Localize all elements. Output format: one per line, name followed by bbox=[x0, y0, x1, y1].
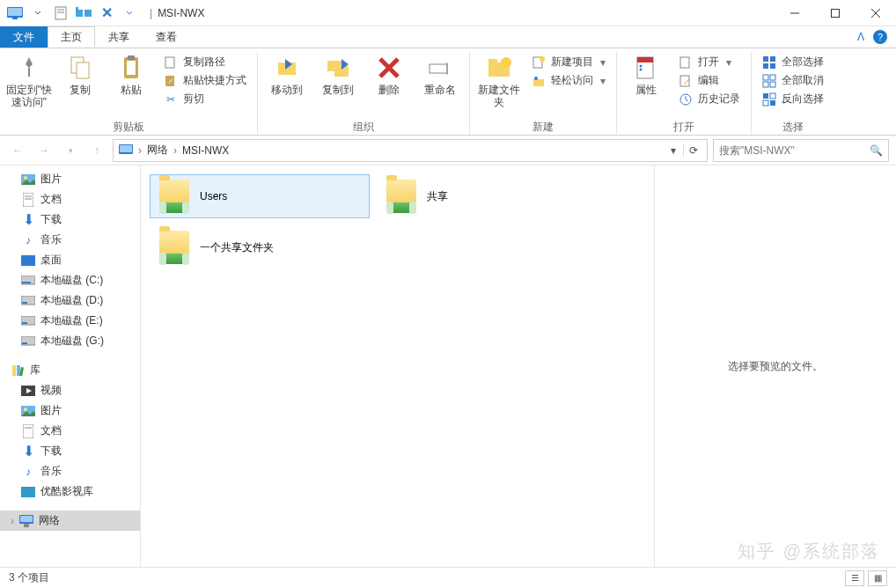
svg-rect-7 bbox=[84, 10, 92, 17]
preview-empty-text: 选择要预览的文件。 bbox=[728, 359, 823, 374]
address-bar[interactable]: › 网络 › MSI-NWX ▾ ⟳ bbox=[113, 139, 708, 162]
svg-rect-78 bbox=[20, 516, 33, 522]
tree-lib-pictures[interactable]: 图片 bbox=[0, 401, 140, 421]
tree-network[interactable]: ›网络 bbox=[0, 511, 140, 531]
svg-rect-37 bbox=[680, 57, 689, 68]
edit-button[interactable]: 编辑 bbox=[673, 72, 745, 89]
items-pane[interactable]: Users 共享 一个共享文件夹 bbox=[141, 165, 654, 567]
copy-button[interactable]: 复制 bbox=[56, 52, 104, 96]
tab-home[interactable]: 主页 bbox=[48, 26, 95, 48]
paste-button[interactable]: 粘贴 bbox=[107, 52, 155, 96]
select-all-button[interactable]: 全部选择 bbox=[757, 54, 829, 70]
tree-desktop[interactable]: 桌面 bbox=[0, 250, 140, 270]
minimize-button[interactable] bbox=[775, 0, 815, 26]
forward-button[interactable]: → bbox=[33, 140, 55, 161]
tree-documents[interactable]: 文档 bbox=[0, 189, 140, 209]
tree-youku[interactable]: 优酷影视库 bbox=[0, 481, 140, 502]
pin-button[interactable]: 固定到"快速访问" bbox=[5, 52, 53, 109]
history-button[interactable]: 历史记录 bbox=[673, 91, 745, 107]
tree-videos[interactable]: 视频 bbox=[0, 380, 140, 401]
chevron-right-icon[interactable]: › bbox=[173, 144, 177, 157]
invert-selection-button[interactable]: 反向选择 bbox=[757, 91, 829, 107]
search-input[interactable] bbox=[719, 144, 870, 157]
search-box[interactable]: 🔍 bbox=[713, 139, 889, 162]
qat-dropdown-icon[interactable] bbox=[28, 4, 48, 23]
svg-rect-74 bbox=[23, 424, 33, 438]
svg-rect-10 bbox=[832, 9, 840, 17]
view-details-button[interactable]: ☰ bbox=[845, 570, 864, 586]
tree-disk-c[interactable]: 本地磁盘 (C:) bbox=[0, 270, 140, 290]
svg-rect-19 bbox=[165, 57, 174, 68]
copy-to-button[interactable]: 复制到 bbox=[314, 52, 362, 96]
breadcrumb-host[interactable]: MSI-NWX bbox=[180, 144, 231, 157]
svg-rect-44 bbox=[763, 75, 768, 80]
tree-downloads[interactable]: ⬇下载 bbox=[0, 209, 140, 230]
tab-file[interactable]: 文件 bbox=[0, 26, 48, 48]
tree-disk-d[interactable]: 本地磁盘 (D:) bbox=[0, 290, 140, 311]
delete-button[interactable]: 删除 bbox=[365, 52, 413, 96]
easy-access-button[interactable]: 轻松访问▾ bbox=[526, 72, 611, 89]
tree-libraries[interactable]: 库 bbox=[0, 360, 140, 380]
app-icon[interactable] bbox=[5, 4, 25, 23]
tree-music[interactable]: ♪音乐 bbox=[0, 230, 140, 250]
tab-share[interactable]: 共享 bbox=[95, 26, 143, 48]
breadcrumb-network[interactable]: 网络 bbox=[145, 143, 170, 158]
cut-button[interactable]: ✂剪切 bbox=[158, 91, 252, 107]
tree-pictures[interactable]: 图片 bbox=[0, 169, 140, 189]
open-button[interactable]: 打开▾ bbox=[673, 54, 745, 70]
qat-delete-icon[interactable]: ✕ bbox=[97, 4, 116, 23]
tree-disk-g[interactable]: 本地磁盘 (G:) bbox=[0, 331, 140, 351]
svg-rect-68 bbox=[12, 365, 16, 376]
chevron-right-icon[interactable]: › bbox=[138, 144, 142, 157]
svg-rect-27 bbox=[488, 59, 497, 63]
tree-disk-e[interactable]: 本地磁盘 (E:) bbox=[0, 311, 140, 331]
clipboard-label: 剪贴板 bbox=[113, 119, 144, 135]
search-icon[interactable]: 🔍 bbox=[870, 144, 883, 157]
tree-lib-downloads[interactable]: ⬇下载 bbox=[0, 441, 140, 461]
recent-dropdown[interactable]: ▾ bbox=[60, 140, 81, 161]
qat-properties-icon[interactable] bbox=[51, 4, 70, 23]
qat-newfolder-icon[interactable] bbox=[74, 4, 93, 23]
item-users[interactable]: Users bbox=[150, 174, 370, 218]
copy-path-button[interactable]: 复制路径 bbox=[158, 54, 252, 70]
ribbon-group-new: 新建文件夹 新建项目▾ 轻松访问▾ 新建 bbox=[470, 52, 617, 135]
tree-lib-documents[interactable]: 文档 bbox=[0, 421, 140, 441]
window-controls bbox=[775, 0, 896, 26]
svg-rect-17 bbox=[127, 61, 136, 75]
new-folder-button[interactable]: 新建文件夹 bbox=[475, 52, 523, 109]
svg-rect-59 bbox=[21, 255, 35, 266]
item-share[interactable]: 共享 bbox=[377, 174, 597, 218]
properties-button[interactable]: 属性 bbox=[622, 52, 670, 96]
address-dropdown-icon[interactable]: ▾ bbox=[665, 144, 681, 157]
maximize-button[interactable] bbox=[815, 0, 856, 26]
svg-rect-45 bbox=[770, 75, 775, 80]
svg-rect-41 bbox=[770, 56, 775, 62]
item-shared-folder[interactable]: 一个共享文件夹 bbox=[150, 225, 645, 269]
status-bar: 3 个项目 ☰ ▦ bbox=[0, 567, 896, 588]
content-area: Users 共享 一个共享文件夹 选择要预览的文件。 bbox=[141, 165, 896, 567]
ribbon-group-select: 全部选择 全部取消 反向选择 选择 bbox=[752, 52, 834, 135]
paste-shortcut-button[interactable]: 粘贴快捷方式 bbox=[158, 72, 252, 89]
svg-rect-67 bbox=[22, 342, 27, 344]
svg-point-30 bbox=[540, 56, 545, 62]
view-icons-button[interactable]: ▦ bbox=[868, 570, 887, 586]
close-button[interactable] bbox=[856, 0, 896, 26]
move-to-button[interactable]: 移动到 bbox=[263, 52, 311, 96]
svg-rect-50 bbox=[770, 93, 775, 99]
new-item-button[interactable]: 新建项目▾ bbox=[526, 54, 611, 70]
svg-rect-20 bbox=[165, 76, 174, 86]
navigation-tree[interactable]: 图片 文档 ⬇下载 ♪音乐 桌面 本地磁盘 (C:) 本地磁盘 (D:) 本地磁… bbox=[0, 165, 141, 567]
help-icon[interactable]: ? bbox=[873, 30, 887, 44]
rename-button[interactable]: 重命名 bbox=[416, 52, 464, 96]
ribbon-collapse-icon[interactable]: ᐱ bbox=[857, 31, 864, 43]
svg-rect-1 bbox=[8, 8, 22, 16]
qat-chevron-icon[interactable] bbox=[120, 4, 139, 23]
tab-view[interactable]: 查看 bbox=[143, 26, 190, 48]
refresh-icon[interactable]: ⟳ bbox=[683, 144, 703, 157]
main-area: 图片 文档 ⬇下载 ♪音乐 桌面 本地磁盘 (C:) 本地磁盘 (D:) 本地磁… bbox=[0, 165, 896, 567]
tree-lib-music[interactable]: ♪音乐 bbox=[0, 461, 140, 481]
back-button[interactable]: ← bbox=[7, 140, 28, 161]
select-none-button[interactable]: 全部取消 bbox=[757, 72, 829, 89]
up-button[interactable]: ↑ bbox=[86, 140, 107, 161]
svg-rect-24 bbox=[430, 64, 447, 73]
